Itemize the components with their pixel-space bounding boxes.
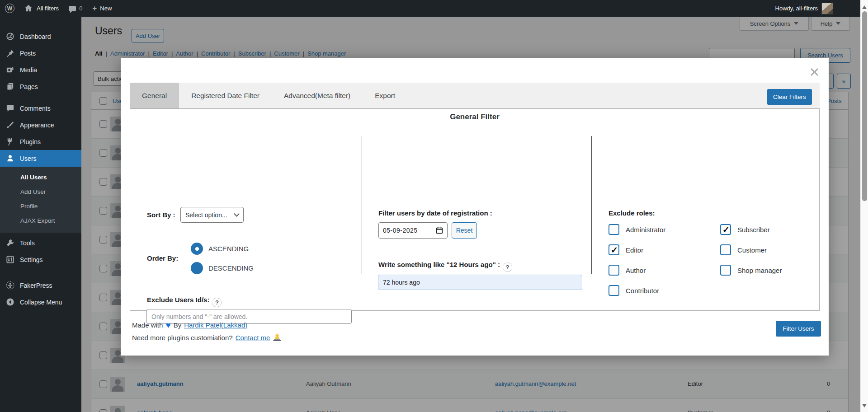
wordpress-logo-icon: W (5, 4, 14, 13)
sidebar-item-icon (6, 255, 15, 264)
sidebar-item-icon (6, 49, 15, 58)
comments-bubble-icon (69, 6, 76, 11)
sidebar-item-label: Comments (20, 105, 51, 112)
scrollbar[interactable] (860, 0, 868, 412)
role-option-label: Shop manager (737, 267, 782, 274)
author-link[interactable]: Hardik Patel(Lakkad) (184, 321, 247, 329)
role-checkbox[interactable] (609, 244, 619, 255)
sidebar-item-label: Appearance (20, 122, 54, 129)
column-divider (591, 136, 592, 274)
sidebar-menu-footer: FakerPress Collapse Menu (0, 277, 81, 310)
question-help-icon[interactable]: ? (212, 298, 222, 307)
sidebar-item[interactable]: Pages (0, 78, 81, 95)
sidebar-item[interactable]: Comments (0, 100, 81, 117)
role-checkbox[interactable] (609, 285, 619, 296)
made-with-text: Made with (132, 321, 163, 329)
contact-link[interactable]: Contact me (236, 334, 270, 342)
submenu-item-label: Add User (20, 188, 46, 195)
order-ascending-label: ASCENDING (208, 245, 249, 253)
plus-icon: + (92, 5, 97, 12)
account-menu[interactable]: Howdy, all-filters (775, 0, 833, 17)
sidebar-item-label: Media (20, 66, 37, 74)
role-option-label: Customer (737, 246, 767, 254)
relative-time-input[interactable] (378, 275, 582, 290)
role-option: Customer (720, 244, 782, 255)
wp-logo-menu[interactable]: W (0, 0, 19, 17)
users-submenu: All Users Add User Profile AJAX Export (0, 167, 81, 233)
role-checkbox[interactable] (609, 265, 619, 276)
exclude-ids-label: Exclude Users Id/s:? (147, 296, 222, 307)
comments-admin-link[interactable]: 0 (64, 0, 87, 17)
modal-tab[interactable]: Advanced(Meta filter) (272, 83, 363, 108)
registration-date-label: Filter users by date of registration : (378, 209, 492, 217)
sidebar-item-label: Collapse Menu (20, 299, 62, 306)
sidebar-item[interactable]: FakerPress (0, 277, 81, 294)
scroll-down-icon[interactable] (862, 404, 867, 410)
admin-bar: W All filters 0 + New Howdy, all-filters (0, 0, 860, 17)
role-option-label: Administrator (626, 226, 665, 234)
date-value: 05-09-2025 (383, 227, 418, 234)
new-label: New (100, 5, 112, 12)
role-option-label: Subscriber (737, 226, 770, 234)
sidebar-item[interactable]: Appearance (0, 117, 81, 133)
sidebar-menu-bottom: Tools Settings (0, 233, 81, 268)
modal-tab[interactable]: General (130, 83, 179, 108)
sidebar-item[interactable]: Plugins (0, 133, 81, 150)
order-descending-radio[interactable] (191, 262, 203, 274)
role-checkbox[interactable] (720, 224, 731, 235)
modal-body: General Filter Sort By : Select option..… (130, 108, 820, 311)
scrollbar-thumb[interactable] (862, 11, 867, 201)
registration-date-input[interactable]: 05-09-2025 (378, 222, 448, 239)
question-help-icon[interactable]: ? (503, 262, 512, 272)
sidebar-item[interactable]: Settings (0, 251, 81, 268)
sidebar-item-icon (6, 32, 15, 41)
sidebar-item-icon (6, 154, 15, 163)
order-by-label: Order By: (147, 254, 178, 262)
clear-filters-button[interactable]: Clear Filters (767, 89, 812, 105)
sidebar-item[interactable]: Dashboard (0, 28, 81, 45)
sidebar-item-icon (6, 66, 15, 75)
sidebar-item-label: Tools (20, 239, 35, 247)
relative-time-label: Write something like "12 Hours ago" :? (378, 261, 512, 272)
sidebar-item[interactable]: Tools (0, 234, 81, 251)
role-checkbox[interactable] (609, 224, 619, 235)
sidebar-item-label: Users (20, 155, 37, 162)
exclude-roles-column-1: Administrator Editor Author Contributor (609, 224, 665, 296)
order-ascending-radio[interactable] (191, 243, 203, 255)
role-checkbox[interactable] (720, 265, 731, 276)
exclude-roles-label: Exclude roles: (609, 209, 655, 217)
modal-tab[interactable]: Export (363, 83, 407, 108)
sidebar-item[interactable]: Media (0, 61, 81, 78)
wordpress-admin-screen: Users Add User All | Administrator | Edi… (0, 0, 868, 412)
sidebar-item-icon (6, 82, 15, 91)
column-divider (362, 136, 362, 274)
submenu-item[interactable]: AJAX Export (0, 213, 81, 228)
scroll-up-icon[interactable] (862, 3, 867, 9)
sidebar-item-label: Plugins (20, 138, 41, 145)
modal-tab[interactable]: Registered Date Filter (179, 83, 272, 108)
new-content-menu[interactable]: + New (87, 0, 117, 17)
sidebar-item[interactable]: Users (0, 150, 81, 167)
sidebar-item-label: Posts (20, 50, 36, 57)
reset-date-button[interactable]: Reset (452, 222, 477, 239)
sidebar-item-icon (6, 239, 15, 248)
filter-users-button[interactable]: Filter Users (776, 321, 821, 337)
site-name-link[interactable]: All filters (19, 0, 64, 17)
sidebar-item-icon (6, 104, 15, 113)
submenu-item-label: All Users (20, 174, 47, 181)
submenu-item[interactable]: Add User (0, 184, 81, 199)
submenu-item[interactable]: Profile (0, 199, 81, 213)
close-icon[interactable] (809, 66, 821, 78)
modal-title: General Filter (130, 112, 819, 122)
submenu-item[interactable]: All Users (0, 170, 81, 184)
sidebar-item[interactable]: Collapse Menu (0, 294, 81, 310)
role-option-label: Contributor (626, 287, 659, 295)
role-option-label: Editor (626, 246, 643, 254)
general-filter-modal: GeneralRegistered Date FilterAdvanced(Me… (121, 58, 829, 356)
sidebar-item[interactable]: Posts (0, 45, 81, 61)
role-checkbox[interactable] (720, 244, 731, 255)
sidebar-menu-top: Dashboard Posts Media Pages Comments App… (0, 17, 81, 167)
sort-by-select[interactable]: Select option... (180, 207, 244, 223)
comments-count: 0 (79, 5, 82, 12)
sort-by-value: Select option... (185, 211, 227, 219)
